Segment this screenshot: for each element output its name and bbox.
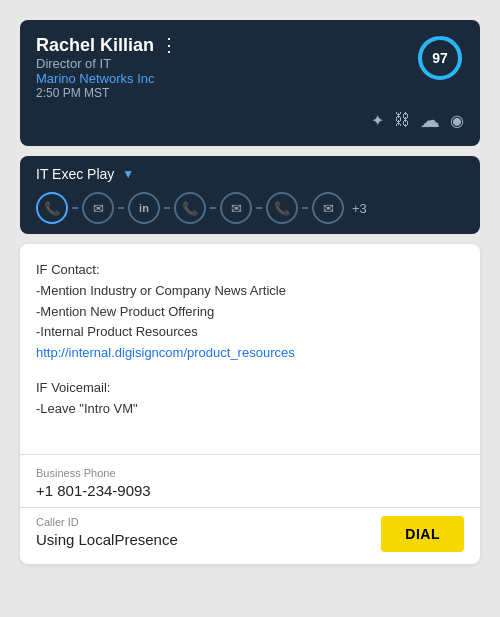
step-connector-2 <box>118 207 124 209</box>
contact-name: Rachel Killian <box>36 35 154 56</box>
step-phone-2[interactable]: 📞 <box>174 192 206 224</box>
script-panel: IF Contact: -Mention Industry or Company… <box>20 244 480 564</box>
step-connector-3 <box>164 207 170 209</box>
caller-section: Caller ID Using LocalPresence ▾ DIAL <box>20 508 480 564</box>
caller-label: Caller ID <box>36 516 178 528</box>
step-email-3[interactable]: ✉ <box>312 192 344 224</box>
step-connector-1 <box>72 207 78 209</box>
step-linkedin-1[interactable]: in <box>128 192 160 224</box>
contact-title: Director of IT <box>36 56 178 71</box>
play-selector: IT Exec Play ▼ 📞 ✉ in 📞 ✉ 📞 ✉ +3 <box>20 156 480 234</box>
caller-left: Caller ID Using LocalPresence <box>36 516 178 548</box>
step-phone-1[interactable]: 📞 <box>36 192 68 224</box>
contact-header: IF Contact: <box>36 260 464 281</box>
contact-line-2: -Mention New Product Offering <box>36 302 464 323</box>
play-steps: 📞 ✉ in 📞 ✉ 📞 ✉ +3 <box>36 192 464 224</box>
contact-line-1: -Mention Industry or Company News Articl… <box>36 281 464 302</box>
step-email-2[interactable]: ✉ <box>220 192 252 224</box>
voicemail-script-section: IF Voicemail: -Leave "Intro VM" <box>36 378 464 420</box>
play-chevron-icon: ▼ <box>122 167 134 181</box>
product-resources-link[interactable]: http://internal.digisigncom/product_reso… <box>36 345 295 360</box>
phone-section: Business Phone +1 801-234-9093 <box>20 455 480 507</box>
contact-line-3: -Internal Product Resources <box>36 322 464 343</box>
contact-actions-row: ✦ ⛓ ☁ ◉ <box>36 108 464 132</box>
link-icon[interactable]: ⛓ <box>394 111 410 129</box>
step-connector-4 <box>210 207 216 209</box>
play-label: IT Exec Play <box>36 166 114 182</box>
contact-script-section: IF Contact: -Mention Industry or Company… <box>36 260 464 364</box>
more-options-icon[interactable]: ⋮ <box>160 34 178 56</box>
dial-button[interactable]: DIAL <box>381 516 464 552</box>
caller-value: Using LocalPresence <box>36 531 178 548</box>
step-connector-5 <box>256 207 262 209</box>
phone-value: +1 801-234-9093 <box>36 482 464 499</box>
step-more-count: +3 <box>352 201 367 216</box>
contact-card: Rachel Killian ⋮ Director of IT Marino N… <box>20 20 480 146</box>
step-phone-3[interactable]: 📞 <box>266 192 298 224</box>
voicemail-line-1: -Leave "Intro VM" <box>36 399 464 420</box>
step-email-1[interactable]: ✉ <box>82 192 114 224</box>
score-circle: 97 <box>416 34 464 82</box>
eye-icon[interactable]: ◉ <box>450 111 464 130</box>
star-icon[interactable]: ✦ <box>371 111 384 130</box>
contact-time: 2:50 PM MST <box>36 86 178 100</box>
phone-label: Business Phone <box>36 467 464 479</box>
salesforce-icon[interactable]: ☁ <box>420 108 440 132</box>
play-dropdown[interactable]: IT Exec Play ▼ <box>36 166 464 182</box>
contact-link[interactable]: http://internal.digisigncom/product_reso… <box>36 343 464 364</box>
voicemail-header: IF Voicemail: <box>36 378 464 399</box>
step-connector-6 <box>302 207 308 209</box>
score-number: 97 <box>432 50 448 66</box>
contact-company[interactable]: Marino Networks Inc <box>36 71 178 86</box>
script-content: IF Contact: -Mention Industry or Company… <box>20 244 480 454</box>
